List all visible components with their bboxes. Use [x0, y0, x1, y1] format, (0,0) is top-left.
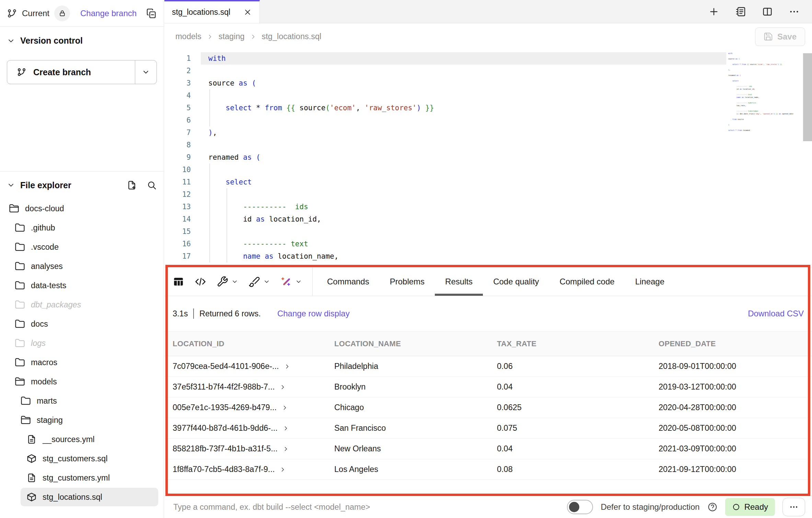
file-tree-item-stg-customers-sql[interactable]: stg_customers.sql: [0, 449, 164, 468]
code-line: [201, 65, 726, 77]
notebook-icon: [735, 6, 746, 17]
results-table: LOCATION_IDLOCATION_NAMETAX_RATEOPENED_D…: [164, 331, 812, 480]
panel-tab-compiled-code[interactable]: Compiled code: [549, 267, 625, 296]
defer-toggle[interactable]: [567, 500, 593, 514]
build-menu-button[interactable]: [217, 276, 238, 288]
breadcrumb-staging: staging: [219, 32, 245, 41]
panel-tab-code-quality[interactable]: Code quality: [483, 267, 549, 296]
chevron-down-icon: [142, 68, 150, 76]
file-tree-item-stg-customers-yml[interactable]: stg_customers.yml: [0, 468, 164, 487]
file-tree-item-docs-cloud[interactable]: docs-cloud: [0, 199, 164, 218]
ai-assist-menu-button[interactable]: [280, 276, 302, 288]
code-view-button[interactable]: [195, 276, 206, 288]
expand-cell-button[interactable]: [281, 404, 288, 411]
file-tree-item-label: marts: [37, 396, 57, 406]
format-menu-button[interactable]: [248, 276, 270, 288]
folder-icon: [15, 261, 25, 271]
breadcrumb-models: models: [175, 32, 201, 41]
folder-open-icon: [15, 376, 25, 387]
file-tree-item-label: data-tests: [31, 281, 66, 290]
line-number: 10: [164, 164, 191, 176]
file-tree-item-staging[interactable]: staging: [0, 410, 164, 430]
download-csv-link[interactable]: Download CSV: [748, 309, 804, 318]
file-explorer-header[interactable]: File explorer: [0, 177, 164, 193]
expand-cell-button[interactable]: [279, 466, 286, 473]
git-branch-icon: [17, 67, 26, 77]
file-tree-item-models[interactable]: models: [0, 372, 164, 391]
save-button[interactable]: Save: [755, 27, 805, 46]
code-line: name as location_name,: [201, 250, 726, 262]
expand-cell-button[interactable]: [282, 446, 289, 452]
expand-cell-button[interactable]: [279, 384, 286, 391]
defer-help-button[interactable]: [707, 502, 718, 512]
divider: [312, 267, 313, 296]
panel-tab-problems[interactable]: Problems: [380, 267, 435, 296]
close-tab-button[interactable]: [243, 8, 252, 16]
chevron-right-icon: [279, 384, 286, 391]
panel-tab-commands[interactable]: Commands: [317, 267, 380, 296]
code-line: source as (: [201, 77, 726, 89]
line-number: 9: [164, 151, 191, 164]
code-editor[interactable]: 1234567891011121314151617 with source as…: [164, 50, 812, 267]
file-tree-item-dbt-packages[interactable]: dbt_packages: [0, 295, 164, 314]
results-grid-button[interactable]: [173, 276, 184, 288]
copy-branch-button[interactable]: [146, 8, 157, 19]
more-options-button[interactable]: [782, 498, 805, 516]
line-number: 15: [164, 225, 191, 238]
line-number: 12: [164, 188, 191, 201]
command-input[interactable]: [173, 502, 567, 512]
chevron-right-icon: [279, 466, 286, 473]
main-area: stg_locations.sql models staging stg_loc…: [164, 0, 812, 518]
code-line: with: [201, 52, 726, 65]
file-tree-item-label: dbt_packages: [31, 300, 81, 309]
change-row-display-link[interactable]: Change row display: [277, 309, 350, 318]
file-tree-item-vscode[interactable]: .vscode: [0, 237, 164, 257]
editor-minimap[interactable]: with source as ( select * from {{ source…: [728, 52, 802, 132]
panel-tab-results[interactable]: Results: [435, 267, 483, 296]
save-label: Save: [777, 32, 797, 42]
file-tree-item-macros[interactable]: macros: [0, 353, 164, 372]
cell-opened-date: 2018-09-01T00:00:00: [658, 356, 812, 377]
create-branch-dropdown-button[interactable]: [135, 60, 156, 84]
file-tree-item-analyses[interactable]: analyses: [0, 257, 164, 276]
copy-icon: [146, 8, 157, 19]
new-tab-button[interactable]: [708, 6, 719, 17]
more-editor-options-button[interactable]: [789, 6, 800, 17]
editor-scrollbar[interactable]: [803, 53, 812, 141]
git-branch-icon: [7, 8, 17, 19]
column-header-location-name: LOCATION_NAME: [334, 331, 497, 356]
file-tree-item-marts[interactable]: marts: [0, 391, 164, 410]
expand-cell-button[interactable]: [282, 425, 289, 432]
search-files-button[interactable]: [147, 180, 157, 190]
help-icon: [707, 502, 718, 512]
cell-location-name: Los Angeles: [334, 459, 497, 480]
line-number: 14: [164, 213, 191, 225]
table-row: 005e7e1c-1935-4269-b479...Chicago0.06252…: [164, 397, 812, 418]
version-control-header[interactable]: Version control: [7, 36, 157, 46]
code-line: [201, 139, 726, 151]
file-tree-item-sources-yml[interactable]: __sources.yml: [0, 430, 164, 449]
search-icon: [147, 180, 157, 190]
create-branch-button[interactable]: Create branch: [7, 60, 135, 84]
defer-label: Defer to staging/production: [601, 502, 699, 512]
line-number: 8: [164, 139, 191, 151]
cell-location-id: 37e5f311-b7f4-4f2f-988b-7...: [173, 382, 275, 392]
new-file-button[interactable]: [127, 180, 137, 190]
split-editor-button[interactable]: [762, 6, 773, 17]
file-tree-item-data-tests[interactable]: data-tests: [0, 276, 164, 295]
file-tree-item-stg-locations-sql[interactable]: stg_locations.sql: [0, 487, 164, 507]
expand-cell-button[interactable]: [284, 363, 291, 370]
new-file-icon: [127, 180, 137, 190]
file-doc-icon: [26, 434, 37, 444]
file-tree-item-docs[interactable]: docs: [0, 314, 164, 334]
cell-location-name: Chicago: [334, 397, 497, 418]
file-tree-item-logs[interactable]: logs: [0, 334, 164, 353]
chevron-down-icon: [231, 278, 238, 285]
plus-icon: [708, 6, 719, 17]
change-branch-link[interactable]: Change branch: [80, 9, 137, 18]
line-number: 11: [164, 176, 191, 188]
panel-tab-lineage[interactable]: Lineage: [625, 267, 675, 296]
tab-stg-locations-sql[interactable]: stg_locations.sql: [164, 0, 260, 23]
editor-panel-button[interactable]: [735, 6, 746, 17]
file-tree-item-github[interactable]: .github: [0, 218, 164, 237]
